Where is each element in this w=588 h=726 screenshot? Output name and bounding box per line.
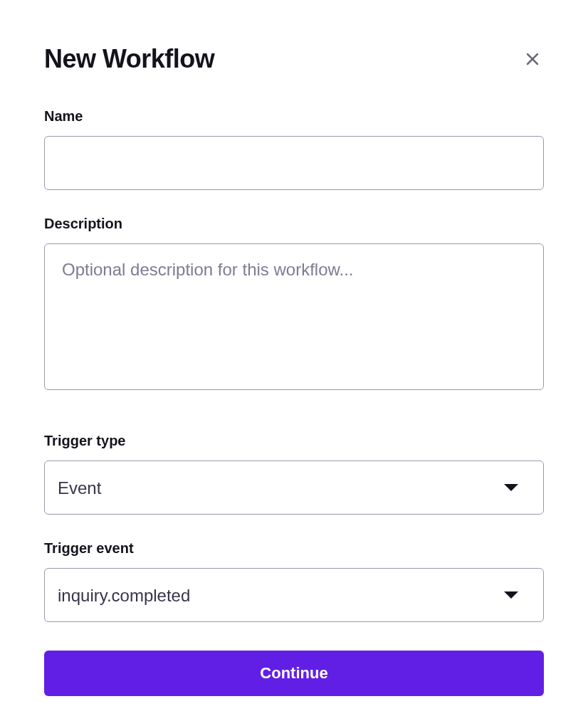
trigger-type-select[interactable]: Event — [44, 461, 544, 515]
close-button[interactable] — [521, 48, 544, 70]
dialog-header: New Workflow — [44, 44, 544, 74]
trigger-event-select-wrapper: inquiry.completed — [44, 568, 544, 622]
trigger-event-label: Trigger event — [44, 540, 544, 557]
trigger-event-field-group: Trigger event inquiry.completed — [44, 540, 544, 622]
close-icon — [524, 51, 541, 68]
trigger-type-field-group: Trigger type Event — [44, 433, 544, 515]
trigger-type-label: Trigger type — [44, 433, 544, 449]
description-label: Description — [44, 216, 544, 232]
description-input[interactable] — [44, 243, 544, 390]
name-field-group: Name — [44, 108, 544, 190]
continue-button[interactable]: Continue — [44, 651, 544, 696]
dialog-title: New Workflow — [44, 44, 214, 74]
name-label: Name — [44, 108, 544, 125]
trigger-type-select-wrapper: Event — [44, 461, 544, 515]
name-input[interactable] — [44, 136, 544, 190]
description-field-group: Description — [44, 216, 544, 393]
trigger-event-select[interactable]: inquiry.completed — [44, 568, 544, 622]
